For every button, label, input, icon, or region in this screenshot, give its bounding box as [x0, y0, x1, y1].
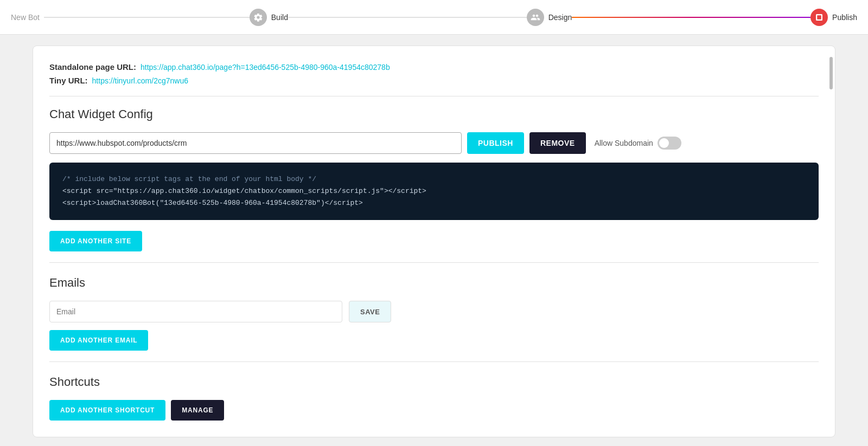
add-another-shortcut-button[interactable]: ADD ANOTHER SHORTCUT	[49, 400, 165, 421]
design-step[interactable]: Design	[527, 9, 572, 26]
emails-title: Emails	[49, 276, 819, 290]
new-bot-label: New Bot	[11, 13, 40, 22]
divider-3	[572, 17, 810, 18]
design-label: Design	[548, 13, 572, 22]
remove-button[interactable]: REMOVE	[529, 132, 586, 154]
tiny-url-label: Tiny URL:	[49, 76, 88, 85]
code-block: /* include below script tags at the end …	[49, 163, 819, 220]
divider-1	[44, 17, 250, 18]
email-input-row: SAVE	[49, 301, 819, 322]
section-divider-1	[49, 96, 819, 96]
publish-icon	[810, 9, 828, 26]
allow-subdomain-toggle[interactable]	[658, 137, 681, 150]
divider-2	[288, 17, 527, 18]
new-bot-step: New Bot	[11, 13, 250, 22]
emails-section: Emails SAVE ADD ANOTHER EMAIL	[49, 276, 819, 351]
toggle-slider	[658, 137, 681, 150]
email-input[interactable]	[49, 301, 342, 322]
save-email-button[interactable]: SAVE	[349, 301, 391, 322]
allow-subdomain-label: Allow Subdomain	[595, 139, 653, 147]
build-label: Build	[271, 13, 288, 22]
main-content: Standalone page URL: https://app.chat360…	[16, 35, 852, 446]
content-card: Standalone page URL: https://app.chat360…	[33, 46, 835, 437]
code-line-2: <script>loadChat360Bot("13ed6456-525b-49…	[62, 197, 806, 209]
tiny-url-link[interactable]: https://tinyurl.com/2cg7nwu6	[92, 76, 188, 85]
build-icon	[250, 9, 267, 26]
chat-widget-section: Chat Widget Config PUBLISH REMOVE Allow …	[49, 107, 819, 251]
publish-label: Publish	[832, 13, 857, 22]
scrollbar[interactable]	[829, 57, 833, 89]
top-navigation: New Bot Build Design Publish	[0, 0, 868, 35]
publish-step[interactable]: Publish	[810, 9, 857, 26]
code-comment: /* include below script tags at the end …	[62, 173, 806, 185]
build-step[interactable]: Build	[250, 9, 288, 26]
publish-button[interactable]: PUBLISH	[467, 132, 524, 154]
svg-rect-1	[817, 15, 821, 20]
manage-shortcuts-button[interactable]: MANAGE	[171, 400, 224, 421]
section-divider-3	[49, 361, 819, 362]
tiny-url-row: Tiny URL: https://tinyurl.com/2cg7nwu6	[49, 76, 819, 85]
shortcuts-title: Shortcuts	[49, 375, 819, 389]
code-line-1: <script src="https://app.chat360.io/widg…	[62, 185, 806, 197]
section-divider-2	[49, 262, 819, 263]
widget-config-row: PUBLISH REMOVE Allow Subdomain	[49, 132, 819, 154]
site-url-input[interactable]	[49, 132, 462, 154]
shortcuts-section: Shortcuts ADD ANOTHER SHORTCUT MANAGE	[49, 375, 819, 421]
add-another-site-button[interactable]: ADD ANOTHER SITE	[49, 231, 142, 251]
standalone-url-label: Standalone page URL:	[49, 62, 136, 72]
standalone-url-link[interactable]: https://app.chat360.io/page?h=13ed6456-5…	[141, 63, 390, 72]
shortcuts-btn-row: ADD ANOTHER SHORTCUT MANAGE	[49, 400, 819, 421]
allow-subdomain-toggle-wrapper: Allow Subdomain	[591, 137, 681, 150]
chat-widget-title: Chat Widget Config	[49, 107, 819, 121]
add-another-email-button[interactable]: ADD ANOTHER EMAIL	[49, 330, 148, 351]
standalone-url-row: Standalone page URL: https://app.chat360…	[49, 62, 819, 72]
design-icon	[527, 9, 544, 26]
